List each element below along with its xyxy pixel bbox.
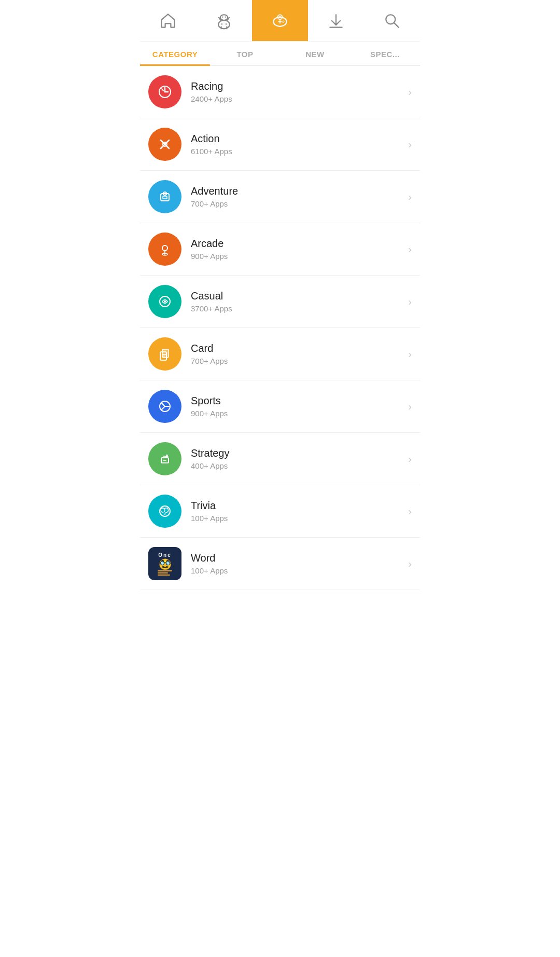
word-icon: One 🥸 bbox=[148, 547, 181, 580]
racing-chevron: › bbox=[408, 86, 412, 98]
category-item-word[interactable]: One 🥸 Word 100+ Apps › bbox=[140, 538, 420, 590]
racing-icon bbox=[148, 75, 181, 108]
category-item-racing[interactable]: Racing 2400+ Apps › bbox=[140, 66, 420, 118]
svg-point-31 bbox=[164, 300, 166, 303]
download-icon bbox=[327, 11, 345, 30]
strategy-name: Strategy bbox=[191, 447, 408, 459]
gamepad-icon bbox=[271, 11, 289, 30]
category-item-action[interactable]: Action 6100+ Apps › bbox=[140, 118, 420, 171]
category-item-strategy[interactable]: Strategy 400+ Apps › bbox=[140, 433, 420, 485]
sports-info: Sports 900+ Apps bbox=[191, 395, 408, 418]
adventure-count: 700+ Apps bbox=[191, 199, 408, 208]
action-count: 6100+ Apps bbox=[191, 147, 408, 156]
trivia-count: 100+ Apps bbox=[191, 514, 408, 523]
tab-top[interactable]: TOP bbox=[210, 42, 280, 65]
sports-chevron: › bbox=[408, 401, 412, 413]
arcade-info: Arcade 900+ Apps bbox=[191, 238, 408, 261]
tab-category[interactable]: CATEGORY bbox=[140, 42, 210, 65]
trivia-chevron: › bbox=[408, 505, 412, 517]
trivia-info: Trivia 100+ Apps bbox=[191, 500, 408, 523]
category-item-adventure[interactable]: Adventure 700+ Apps › bbox=[140, 171, 420, 223]
action-chevron: › bbox=[408, 139, 412, 151]
strategy-info: Strategy 400+ Apps bbox=[191, 447, 408, 470]
casual-icon bbox=[148, 285, 181, 318]
racing-count: 2400+ Apps bbox=[191, 94, 408, 103]
word-name: Word bbox=[191, 552, 408, 564]
tab-bar: CATEGORY TOP NEW SPEC... bbox=[140, 42, 420, 66]
arcade-icon bbox=[148, 233, 181, 266]
action-info: Action 6100+ Apps bbox=[191, 133, 408, 156]
racing-name: Racing bbox=[191, 80, 408, 92]
casual-info: Casual 3700+ Apps bbox=[191, 290, 408, 313]
action-icon bbox=[148, 128, 181, 161]
arcade-name: Arcade bbox=[191, 238, 408, 250]
word-count: 100+ Apps bbox=[191, 566, 408, 575]
svg-point-2 bbox=[226, 23, 227, 24]
adventure-chevron: › bbox=[408, 191, 412, 203]
svg-point-7 bbox=[220, 15, 228, 20]
home-icon bbox=[159, 11, 177, 30]
strategy-chevron: › bbox=[408, 453, 412, 465]
adventure-name: Adventure bbox=[191, 185, 408, 197]
trivia-name: Trivia bbox=[191, 500, 408, 512]
svg-point-9 bbox=[225, 16, 226, 17]
svg-point-15 bbox=[283, 21, 285, 23]
svg-point-0 bbox=[218, 20, 230, 29]
category-item-sports[interactable]: Sports 900+ Apps › bbox=[140, 380, 420, 433]
top-navigation bbox=[140, 0, 420, 42]
svg-point-8 bbox=[222, 16, 223, 17]
strategy-icon bbox=[148, 442, 181, 475]
arcade-chevron: › bbox=[408, 243, 412, 255]
nav-games[interactable] bbox=[252, 0, 308, 41]
category-item-trivia[interactable]: Trivia 100+ Apps › bbox=[140, 485, 420, 538]
category-item-casual[interactable]: Casual 3700+ Apps › bbox=[140, 276, 420, 328]
word-chevron: › bbox=[408, 558, 412, 570]
action-name: Action bbox=[191, 133, 408, 145]
sports-count: 900+ Apps bbox=[191, 409, 408, 418]
svg-point-41 bbox=[164, 514, 165, 515]
casual-chevron: › bbox=[408, 296, 412, 308]
nav-android[interactable] bbox=[196, 0, 252, 41]
adventure-icon bbox=[148, 180, 181, 213]
nav-download[interactable] bbox=[308, 0, 364, 41]
search-icon bbox=[383, 11, 401, 30]
android-icon bbox=[215, 11, 233, 30]
sports-name: Sports bbox=[191, 395, 408, 407]
casual-count: 3700+ Apps bbox=[191, 304, 408, 313]
category-list: Racing 2400+ Apps › Action 6100+ Apps › bbox=[140, 66, 420, 590]
svg-line-19 bbox=[394, 22, 399, 27]
card-name: Card bbox=[191, 343, 408, 354]
tab-new[interactable]: NEW bbox=[280, 42, 350, 65]
svg-point-1 bbox=[221, 23, 222, 24]
card-icon bbox=[148, 337, 181, 371]
card-info: Card 700+ Apps bbox=[191, 343, 408, 365]
casual-name: Casual bbox=[191, 290, 408, 302]
word-info: Word 100+ Apps bbox=[191, 552, 408, 575]
tab-special[interactable]: SPEC... bbox=[350, 42, 420, 65]
racing-info: Racing 2400+ Apps bbox=[191, 80, 408, 103]
nav-home[interactable] bbox=[140, 0, 196, 41]
arcade-count: 900+ Apps bbox=[191, 252, 408, 261]
adventure-info: Adventure 700+ Apps bbox=[191, 185, 408, 208]
sports-icon bbox=[148, 390, 181, 423]
nav-search[interactable] bbox=[364, 0, 420, 41]
card-count: 700+ Apps bbox=[191, 357, 408, 365]
svg-point-27 bbox=[162, 245, 167, 251]
svg-rect-26 bbox=[163, 196, 167, 199]
category-item-arcade[interactable]: Arcade 900+ Apps › bbox=[140, 223, 420, 276]
category-item-card[interactable]: Card 700+ Apps › bbox=[140, 328, 420, 380]
strategy-count: 400+ Apps bbox=[191, 461, 408, 470]
card-chevron: › bbox=[408, 348, 412, 360]
trivia-icon bbox=[148, 495, 181, 528]
